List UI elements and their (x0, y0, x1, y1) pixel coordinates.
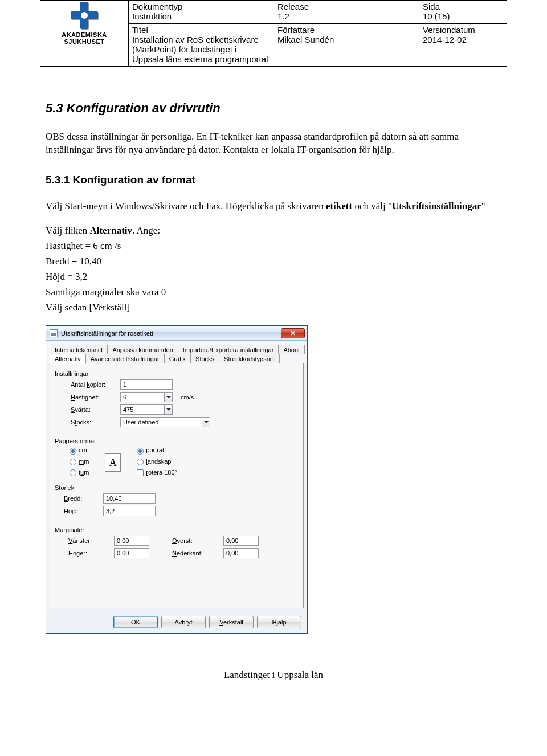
author-value: Mikael Sundén (277, 35, 334, 44)
select-stocks[interactable] (120, 417, 210, 427)
tab-panel-alternativ: Inställningar Antal kopior: Hastighet: c… (50, 363, 304, 608)
logo-line1: AKADEMISKA (62, 31, 107, 38)
tab-anpassa-kommandon[interactable]: Anpassa kommandon (107, 345, 178, 354)
tab-row-1: Interna tekensnitt Anpassa kommandon Imp… (46, 341, 307, 354)
label-right: Höger: (68, 550, 108, 557)
doc-type-cell: Dokumenttyp Instruktion (129, 1, 274, 24)
unit-speed: cm/s (181, 394, 194, 401)
release-cell: Release 1.2 (274, 1, 419, 24)
tab-stocks[interactable]: Stocks (190, 354, 219, 364)
group-margin: Vänster: Överst: Höger: Nederkant: (55, 536, 299, 558)
input-margin-top[interactable] (223, 536, 259, 546)
group-size-label: Storlek (55, 484, 299, 491)
group-size: Bredd: Höjd: (55, 493, 299, 522)
doc-header-table: AKADEMISKA SJUKHUSET Dokumenttyp Instruk… (40, 0, 507, 67)
group-paper-label: Pappersformat (55, 438, 299, 444)
close-icon: ✕ (290, 330, 296, 337)
label-speed: Hastighet: (55, 394, 115, 401)
label-copies: Antal kopior: (55, 381, 115, 388)
input-margin-bottom[interactable] (223, 548, 259, 558)
release-value: 1.2 (277, 11, 289, 21)
author-label: Författare (277, 25, 415, 35)
dialog-button-bar: OK Avbryt Verkställ Hjälp (46, 612, 307, 633)
page-value: 10 (15) (423, 11, 450, 21)
para-margins: Samtliga marginaler ska vara 0 (46, 286, 501, 299)
orientation-preview-icon: A (105, 453, 121, 472)
radio-landscape[interactable]: landskap (137, 458, 177, 465)
page-footer: Landstinget i Uppsala län (40, 668, 507, 681)
title-value: Installation av RoS etikettskrivare (Mar… (132, 35, 268, 64)
tab-about[interactable]: About (278, 345, 305, 354)
heading-5-3: 5.3 Konfiguration av drivrutin (46, 101, 501, 116)
para-apply: Välj sedan [Verkställ] (46, 301, 501, 314)
chevron-down-icon[interactable] (164, 405, 172, 414)
dialog-title: Utskriftsinställningar för rosetikett (61, 330, 153, 337)
chevron-down-icon[interactable] (202, 418, 210, 427)
print-settings-dialog: Utskriftsinställningar för rosetikett ✕ … (46, 325, 308, 634)
input-height[interactable] (103, 506, 156, 516)
label-stocks: Stocks: (55, 419, 115, 426)
input-width[interactable] (103, 493, 156, 504)
group-settings-label: Inställningar (55, 370, 299, 377)
para-start-menu: Välj Start-meyn i Windows/Skrivare och F… (46, 200, 501, 213)
label-width: Bredd: (55, 495, 97, 502)
title-cell: Titel Installation av RoS etikettskrivar… (129, 24, 274, 67)
input-margin-right[interactable] (114, 548, 149, 558)
tab-import-export[interactable]: Importera/Exportera inställningar (178, 345, 279, 354)
check-rotate[interactable]: rotera 180° (137, 469, 177, 476)
label-left: Vänster: (68, 537, 108, 544)
logo-line2: SJUKHUSET (64, 38, 104, 45)
radio-cm[interactable]: cm (70, 447, 89, 454)
tab-avancerade[interactable]: Avancerade Inställningar (85, 354, 165, 364)
label-height: Höjd: (55, 508, 97, 514)
tab-streckkod[interactable]: Streckkodstypsnitt (219, 354, 280, 364)
input-copies[interactable] (120, 379, 173, 390)
author-cell: Författare Mikael Sundén (274, 24, 419, 67)
ok-button[interactable]: OK (113, 616, 158, 628)
radio-mm[interactable]: mm (70, 458, 89, 465)
verdate-value: 2014-12-02 (423, 35, 467, 44)
para-height: Höjd = 3,2 (46, 271, 501, 284)
radio-portrait[interactable]: porträtt (137, 447, 177, 454)
para-tab-instr: Välj fliken Alternativ. Ange: (46, 224, 501, 238)
group-settings: Antal kopior: Hastighet: cm/s Svärta: (55, 379, 299, 433)
para-width: Bredd = 10,40 (46, 255, 501, 268)
doc-type-value: Instruktion (132, 11, 172, 21)
tab-alternativ[interactable]: Alternativ (50, 354, 86, 364)
close-button[interactable]: ✕ (281, 328, 305, 338)
label-bottom: Nederkant: (172, 550, 218, 557)
dialog-titlebar[interactable]: Utskriftsinställningar för rosetikett ✕ (46, 326, 307, 341)
group-paper: cm mm tum A porträtt landskap rotera 180… (55, 447, 299, 479)
release-label: Release (277, 2, 415, 11)
verdate-label: Versiondatum (423, 25, 503, 35)
heading-5-3-1: 5.3.1 Konfiguration av format (46, 174, 501, 186)
verdate-cell: Versiondatum 2014-12-02 (419, 24, 507, 67)
printer-icon (50, 329, 58, 337)
label-top: Överst: (172, 537, 218, 544)
radio-tum[interactable]: tum (70, 469, 89, 476)
group-margin-label: Marginaler (55, 526, 299, 533)
para-speed: Hastighet = 6 cm /s (46, 240, 501, 253)
tab-row-2: Alternativ Avancerade Inställningar Graf… (46, 353, 307, 363)
cancel-button[interactable]: Avbryt (161, 616, 206, 628)
logo-cell: AKADEMISKA SJUKHUSET (40, 1, 129, 67)
tab-grafik[interactable]: Grafik (164, 354, 191, 364)
title-label: Titel (132, 25, 270, 35)
help-button[interactable]: Hjälp (257, 616, 301, 628)
hospital-cross-icon (71, 2, 98, 29)
page-label: Sida (423, 2, 503, 11)
page-cell: Sida 10 (15) (419, 1, 507, 24)
apply-button[interactable]: Verkställ (209, 616, 254, 628)
para-intro: OBS dessa inställningar är personliga. E… (46, 130, 501, 157)
chevron-down-icon[interactable] (164, 393, 172, 402)
label-dark: Svärta: (55, 406, 115, 413)
doc-type-label: Dokumenttyp (132, 2, 270, 11)
tab-interna-tekensnitt[interactable]: Interna tekensnitt (50, 345, 108, 354)
input-margin-left[interactable] (114, 536, 149, 546)
